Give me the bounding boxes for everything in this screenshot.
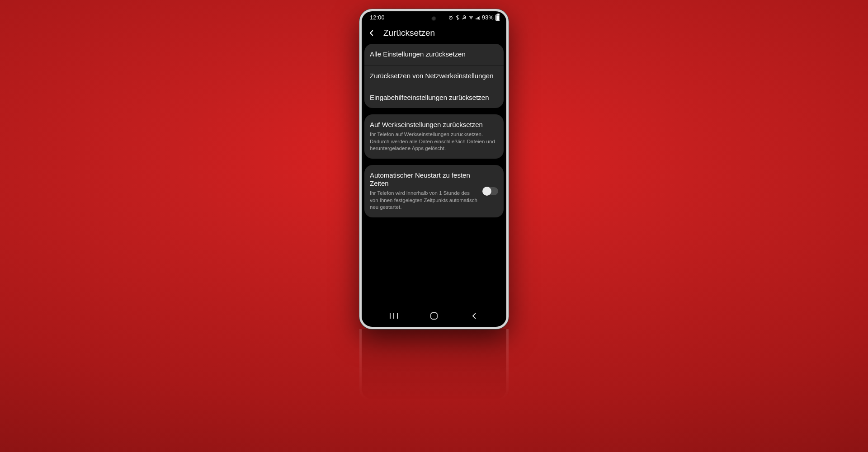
navigation-bar [362, 307, 506, 327]
toggle-knob [482, 187, 491, 196]
svg-rect-6 [479, 16, 480, 20]
nav-back-button[interactable] [465, 309, 483, 323]
page-title: Zurücksetzen [383, 28, 435, 38]
chevron-left-icon [368, 29, 376, 37]
front-camera [431, 16, 437, 22]
reset-all-settings[interactable]: Alle Einstellungen zurücksetzen [364, 44, 504, 65]
phone-frame: 12:00 93% Zurücksetzen Alle Einstell [359, 9, 509, 329]
svg-rect-5 [478, 17, 479, 19]
option-label: Alle Einstellungen zurücksetzen [370, 50, 498, 59]
page-header: Zurücksetzen [362, 24, 506, 44]
factory-reset[interactable]: Auf Werkseinstellungen zurücksetzen Ihr … [364, 114, 504, 158]
mute-icon [462, 15, 467, 20]
auto-restart-group: Automatischer Neustart zu festen Zeiten … [364, 165, 504, 217]
settings-content[interactable]: Alle Einstellungen zurücksetzen Zurückse… [362, 44, 506, 307]
option-description: Ihr Telefon auf Werkseinstellungen zurüc… [370, 131, 498, 152]
reset-accessibility-settings[interactable]: Eingabehilfeeinstellungen zurücksetzen [364, 87, 504, 108]
home-button[interactable] [425, 309, 443, 323]
recents-icon [389, 312, 399, 320]
option-label: Zurücksetzen von Netzwerkeinstellungen [370, 72, 498, 80]
back-button[interactable] [366, 28, 377, 38]
battery-percent: 93% [482, 14, 494, 21]
home-icon [430, 312, 438, 320]
factory-reset-group: Auf Werkseinstellungen zurücksetzen Ihr … [364, 114, 504, 158]
chevron-left-icon [471, 312, 477, 320]
option-label: Automatischer Neustart zu festen Zeiten [370, 171, 478, 188]
status-icons: 93% [448, 14, 500, 21]
status-time: 12:00 [370, 14, 385, 21]
reset-network-settings[interactable]: Zurücksetzen von Netzwerkeinstellungen [364, 65, 504, 87]
svg-rect-10 [431, 313, 437, 319]
svg-rect-4 [477, 18, 478, 20]
auto-restart-toggle[interactable] [483, 187, 498, 195]
alarm-icon [448, 15, 453, 20]
bluetooth-icon [455, 15, 460, 20]
reset-options-group: Alle Einstellungen zurücksetzen Zurückse… [364, 44, 504, 108]
option-description: Ihr Telefon wird innerhalb von 1 Stunde … [370, 190, 478, 211]
wifi-icon [468, 15, 474, 20]
option-label: Eingabehilfeeinstellungen zurücksetzen [370, 94, 498, 102]
signal-icon [475, 15, 481, 20]
option-label: Auf Werkseinstellungen zurücksetzen [370, 121, 498, 129]
svg-point-2 [471, 19, 472, 19]
svg-rect-3 [476, 18, 477, 19]
battery-icon [495, 14, 500, 21]
recents-button[interactable] [385, 309, 403, 323]
auto-restart[interactable]: Automatischer Neustart zu festen Zeiten … [364, 165, 504, 217]
